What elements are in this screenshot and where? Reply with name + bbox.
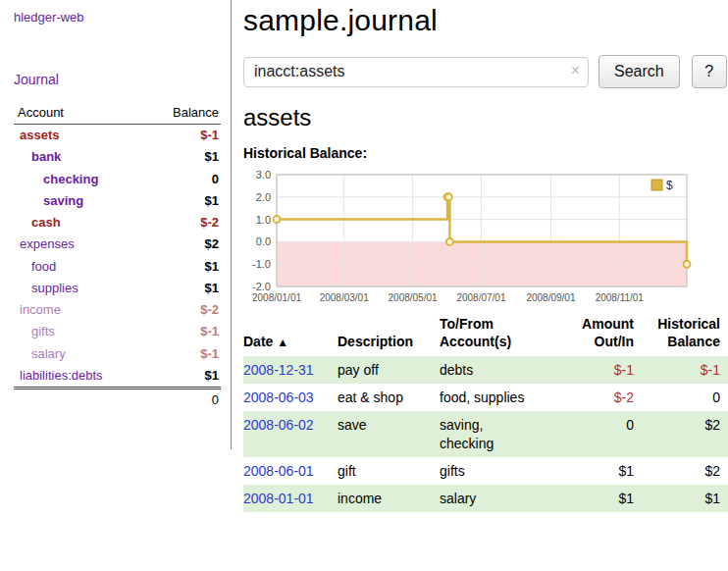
amount-cell: 0 xyxy=(567,411,642,456)
transaction-date-link[interactable]: 2008-06-03 xyxy=(243,389,314,405)
date-cell: 2008-12-31 xyxy=(243,356,338,384)
account-balance: $2 xyxy=(145,234,221,255)
account-row: salary$-1 xyxy=(14,343,221,365)
account-row: expenses$2 xyxy=(14,234,221,255)
date-cell: 2008-06-01 xyxy=(243,457,338,485)
svg-text:2.0: 2.0 xyxy=(256,191,271,203)
account-link-liabilities-debts[interactable]: liabilities:debts xyxy=(20,368,103,383)
account-row: assets$-1 xyxy=(14,125,221,147)
account-name-cell: saving xyxy=(14,190,145,212)
accounts-total-spacer xyxy=(14,389,145,412)
legend-swatch xyxy=(651,180,662,190)
svg-text:2008/03/01: 2008/03/01 xyxy=(320,292,369,303)
transaction-date-link[interactable]: 2008-06-01 xyxy=(243,463,314,479)
balance-cell: 0 xyxy=(642,384,728,411)
account-name-cell: expenses xyxy=(14,234,145,255)
accounts-header-balance: Balance xyxy=(145,103,221,125)
svg-text:-2.0: -2.0 xyxy=(252,281,271,292)
sidebar: hledger-web Journal Account Balance asse… xyxy=(0,0,232,449)
app-title-link[interactable]: hledger-web xyxy=(14,10,84,25)
svg-text:2008/11/01: 2008/11/01 xyxy=(596,292,645,303)
account-link-supplies[interactable]: supplies xyxy=(31,281,78,295)
account-link-assets[interactable]: assets xyxy=(20,128,59,142)
account-balance: $1 xyxy=(145,365,221,389)
account-balance: $-1 xyxy=(145,125,221,147)
account-link-gifts[interactable]: gifts xyxy=(31,324,55,338)
search-button[interactable]: Search xyxy=(598,55,680,88)
accounts-body: assets$-1bank$1checking0saving$1cash$-2e… xyxy=(14,125,221,389)
date-cell: 2008-06-02 xyxy=(243,411,338,456)
register-row: 2008-06-03eat & shopfood, supplies$-20 xyxy=(243,384,728,411)
account-link-checking[interactable]: checking xyxy=(43,172,98,186)
data-point-marker xyxy=(684,261,691,268)
account-name-cell: food xyxy=(14,256,145,278)
account-heading: assets xyxy=(243,104,728,131)
account-balance: $1 xyxy=(145,146,221,168)
transaction-date-link[interactable]: 2008-01-01 xyxy=(243,491,314,506)
amount-cell: $-1 xyxy=(567,356,642,384)
account-link-expenses[interactable]: expenses xyxy=(20,236,75,251)
main-content: sample.journal × Search ? assets Histori… xyxy=(232,0,728,512)
account-row: gifts$-1 xyxy=(14,321,221,342)
clear-search-icon[interactable]: × xyxy=(571,62,580,79)
account-link-bank[interactable]: bank xyxy=(31,149,61,164)
app: hledger-web Journal Account Balance asse… xyxy=(0,0,728,512)
register-table: Date ▲ Description To/From Account(s) Am… xyxy=(243,314,728,512)
account-row: liabilities:debts$1 xyxy=(14,365,221,389)
svg-text:1.0: 1.0 xyxy=(256,214,271,226)
data-point-marker xyxy=(446,238,453,245)
data-point-marker xyxy=(274,216,281,223)
account-name-cell: supplies xyxy=(14,278,145,299)
account-name-cell: gifts xyxy=(14,321,145,342)
help-button[interactable]: ? xyxy=(692,55,727,88)
account-balance: $-1 xyxy=(145,321,221,342)
chart-title: Historical Balance: xyxy=(243,145,728,161)
account-link-cash[interactable]: cash xyxy=(31,215,61,230)
amount-cell: $-2 xyxy=(567,384,642,411)
svg-text:2008/01/01: 2008/01/01 xyxy=(252,292,301,303)
transaction-date-link[interactable]: 2008-12-31 xyxy=(243,362,314,378)
svg-text:-1.0: -1.0 xyxy=(252,258,271,270)
journal-link[interactable]: Journal xyxy=(14,72,221,87)
data-point-marker xyxy=(445,193,452,200)
account-row: supplies$1 xyxy=(14,278,221,299)
description-cell: gift xyxy=(338,457,440,485)
transaction-date-link[interactable]: 2008-06-02 xyxy=(243,417,314,433)
search-input[interactable] xyxy=(243,57,589,87)
account-row: checking0 xyxy=(14,169,221,190)
accounts-header-account: Account xyxy=(14,103,145,125)
balance-chart: 3.02.01.00.0-1.0-2.02008/01/012008/03/01… xyxy=(243,167,697,304)
register-header-description: Description xyxy=(338,314,440,356)
accounts-total-row: 0 xyxy=(14,389,221,412)
account-name-cell: cash xyxy=(14,212,145,234)
svg-text:2008/05/01: 2008/05/01 xyxy=(389,292,438,303)
accounts-cell: saving, checking xyxy=(440,411,567,456)
account-name-cell: bank xyxy=(14,146,145,168)
account-name-cell: assets xyxy=(14,125,145,147)
account-balance: $1 xyxy=(145,278,221,299)
register-body: 2008-12-31pay offdebts$-1$-12008-06-03ea… xyxy=(243,356,728,512)
account-link-income[interactable]: income xyxy=(20,302,61,317)
svg-text:2008/07/01: 2008/07/01 xyxy=(456,292,505,303)
account-row: bank$1 xyxy=(14,146,221,168)
account-link-salary[interactable]: salary xyxy=(31,346,66,361)
register-row: 2008-01-01incomesalary$1$1 xyxy=(243,485,728,512)
account-balance: 0 xyxy=(145,169,221,190)
account-balance: $-1 xyxy=(145,343,221,365)
register-row: 2008-06-02savesaving, checking0$2 xyxy=(243,411,728,456)
register-header-date[interactable]: Date ▲ xyxy=(243,314,338,356)
amount-cell: $1 xyxy=(567,485,642,512)
account-link-saving[interactable]: saving xyxy=(43,193,83,208)
account-name-cell: income xyxy=(14,299,145,321)
accounts-table: Account Balance assets$-1bank$1checking0… xyxy=(14,103,221,411)
account-link-food[interactable]: food xyxy=(31,259,56,274)
legend-label: $ xyxy=(666,179,673,192)
svg-text:0.0: 0.0 xyxy=(256,235,271,247)
account-row: saving$1 xyxy=(14,190,221,212)
date-cell: 2008-06-03 xyxy=(243,384,338,411)
account-name-cell: salary xyxy=(14,343,145,365)
accounts-cell: salary xyxy=(440,485,567,512)
account-balance: $1 xyxy=(145,190,221,212)
account-balance: $-2 xyxy=(145,212,221,234)
accounts-cell: food, supplies xyxy=(440,384,567,411)
